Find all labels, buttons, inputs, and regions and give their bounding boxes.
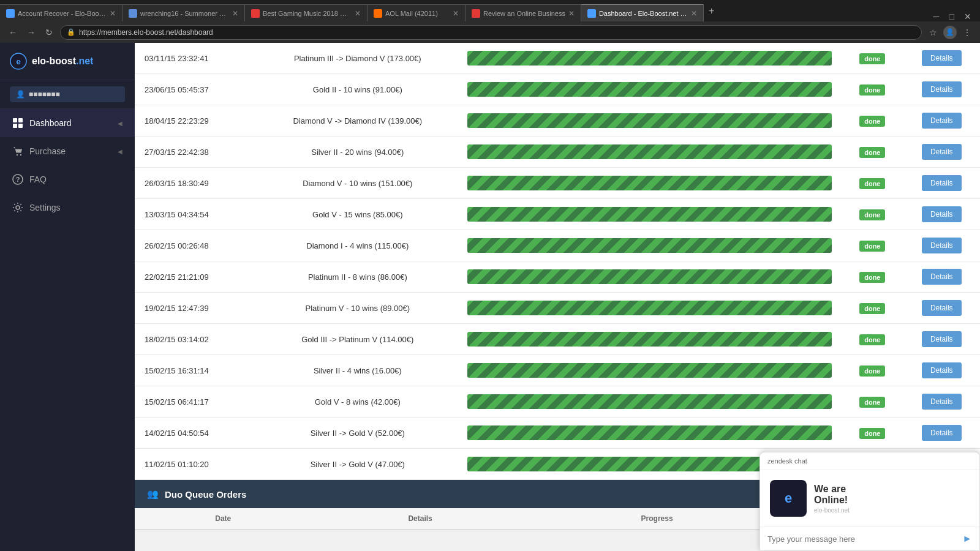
- sidebar: e elo-boost.net 👤 ■■■■■■■ Dashboard: [0, 43, 135, 551]
- chat-subtitle: Online!: [814, 495, 850, 506]
- details-button-10[interactable]: Details: [922, 362, 962, 378]
- svg-text:e: e: [785, 490, 792, 506]
- progress-bar-container-2: [467, 113, 832, 128]
- details-button-8[interactable]: Details: [922, 300, 962, 316]
- user-menu-button[interactable]: 👤 ■■■■■■■: [10, 86, 125, 102]
- order-date-4: 26/03/15 18:30:49: [135, 168, 258, 199]
- sidebar-item-settings-label: Settings: [29, 203, 61, 212]
- browser-tab-tab3[interactable]: Best Gaming Music 2018 ♫ Be... ✕: [245, 4, 368, 21]
- order-row-5: 13/03/15 04:34:54 Gold V - 15 wins (85.0…: [135, 199, 980, 230]
- duo-queue-col-progress: Progress: [529, 508, 785, 530]
- maximize-button[interactable]: □: [946, 12, 958, 21]
- order-date-5: 13/03/15 04:34:54: [135, 199, 258, 230]
- tab-close-tab2[interactable]: ✕: [232, 9, 238, 18]
- tab-title-tab4: AOL Mail (42011): [385, 10, 438, 17]
- order-progress-11: [458, 386, 842, 418]
- order-row-8: 19/02/15 12:47:39 Platinum V - 10 wins (…: [135, 293, 980, 324]
- progress-bar-fill-0: [467, 51, 832, 66]
- details-button-1[interactable]: Details: [922, 81, 962, 97]
- svg-rect-3: [18, 118, 23, 122]
- browser-tab-tab5[interactable]: Review an Online Business ✕: [466, 4, 581, 21]
- details-button-5[interactable]: Details: [922, 206, 962, 222]
- orders-table: 03/11/15 23:32:41 Platinum III -> Diamon…: [135, 43, 980, 480]
- order-progress-2: [458, 105, 842, 137]
- progress-bar-container-7: [467, 269, 832, 284]
- tab-close-tab6[interactable]: ✕: [691, 9, 697, 18]
- sidebar-item-purchase-label: Purchase: [29, 146, 66, 156]
- settings-icon: [12, 202, 23, 213]
- order-date-9: 18/02/15 03:14:02: [135, 324, 258, 355]
- browser-tab-tab4[interactable]: AOL Mail (42011) ✕: [368, 4, 466, 21]
- order-progress-5: [458, 199, 842, 230]
- browser-tab-tab1[interactable]: Account Recover - Elo-Boost.n... ✕: [0, 4, 123, 21]
- order-action-3: Details: [903, 137, 980, 168]
- username-text: ■■■■■■■: [29, 90, 60, 99]
- reload-button[interactable]: ↻: [43, 26, 55, 39]
- svg-rect-4: [13, 124, 17, 128]
- sidebar-nav: Dashboard ◀ Purchase ◀ ? FAQ: [0, 109, 135, 222]
- progress-bar-container-8: [467, 301, 832, 315]
- progress-bar-fill-8: [467, 301, 832, 315]
- details-button-6[interactable]: Details: [922, 238, 962, 253]
- tab-title-tab6: Dashboard - Elo-Boost.net - L...: [599, 10, 688, 17]
- order-date-3: 27/03/15 22:42:38: [135, 137, 258, 168]
- done-badge-11: done: [859, 397, 885, 408]
- minimize-button[interactable]: ─: [930, 12, 943, 21]
- purchase-arrow: ◀: [118, 148, 123, 155]
- sidebar-item-purchase[interactable]: Purchase ◀: [0, 137, 135, 165]
- details-button-11[interactable]: Details: [922, 394, 962, 410]
- close-button[interactable]: ✕: [960, 12, 975, 21]
- progress-bar-fill-6: [467, 238, 832, 253]
- tab-close-tab3[interactable]: ✕: [355, 9, 361, 18]
- forward-button[interactable]: →: [24, 26, 38, 39]
- bookmark-icon[interactable]: ☆: [927, 26, 940, 39]
- order-status-5: done: [842, 199, 903, 230]
- progress-bar-fill-4: [467, 176, 832, 190]
- details-button-12[interactable]: Details: [922, 425, 962, 441]
- chat-send-button[interactable]: ►: [962, 533, 972, 544]
- purchase-icon: [12, 146, 23, 157]
- sidebar-item-faq[interactable]: ? FAQ: [0, 165, 135, 193]
- back-button[interactable]: ←: [6, 26, 20, 39]
- order-status-11: done: [842, 386, 903, 418]
- details-button-4[interactable]: Details: [922, 175, 962, 191]
- tab-close-tab4[interactable]: ✕: [453, 9, 459, 18]
- details-button-7[interactable]: Details: [922, 269, 962, 285]
- order-progress-0: [458, 43, 842, 74]
- sidebar-logo: e elo-boost.net: [0, 43, 135, 80]
- browser-tab-tab2[interactable]: wrenching16 - Summoner Sta... ✕: [123, 4, 245, 21]
- order-progress-10: [458, 355, 842, 386]
- tab-favicon-tab6: [587, 9, 596, 18]
- profile-icon[interactable]: 👤: [943, 26, 957, 39]
- sidebar-item-settings[interactable]: Settings: [0, 193, 135, 222]
- order-row-9: 18/02/15 03:14:02 Gold III -> Platinum V…: [135, 324, 980, 355]
- order-action-12: Details: [903, 418, 980, 449]
- progress-bar-fill-7: [467, 269, 832, 284]
- order-date-13: 11/02/15 01:10:20: [135, 449, 258, 480]
- new-tab-button[interactable]: +: [704, 6, 719, 17]
- order-action-8: Details: [903, 293, 980, 324]
- chat-brand-text: elo-boost.net: [814, 507, 850, 514]
- sidebar-item-dashboard[interactable]: Dashboard ◀: [0, 109, 135, 137]
- details-button-3[interactable]: Details: [922, 144, 962, 160]
- details-button-2[interactable]: Details: [922, 113, 962, 129]
- url-input[interactable]: 🔒 https://members.elo-boost.net/dashboar…: [60, 25, 922, 40]
- duo-queue-title: Duo Queue Orders: [165, 489, 246, 500]
- done-badge-2: done: [859, 116, 885, 127]
- tab-close-tab5[interactable]: ✕: [568, 9, 575, 18]
- chat-input[interactable]: [767, 534, 957, 544]
- chat-title: We are: [814, 484, 850, 495]
- details-button-0[interactable]: Details: [922, 50, 962, 66]
- tab-title-tab5: Review an Online Business: [483, 10, 565, 17]
- chat-input-area[interactable]: ►: [760, 527, 979, 550]
- tab-favicon-tab1: [6, 9, 15, 18]
- progress-bar-container-3: [467, 144, 832, 159]
- tab-bar: Account Recover - Elo-Boost.n... ✕ wrenc…: [0, 0, 980, 21]
- extensions-icon[interactable]: ⋮: [960, 26, 974, 39]
- details-button-9[interactable]: Details: [922, 331, 962, 347]
- progress-bar-fill-11: [467, 394, 832, 409]
- browser-tab-tab6[interactable]: Dashboard - Elo-Boost.net - L... ✕: [581, 4, 704, 21]
- tab-close-tab1[interactable]: ✕: [110, 9, 116, 18]
- progress-bar-fill-12: [467, 425, 832, 440]
- order-details-0: Platinum III -> Diamond V (173.00€): [258, 43, 458, 74]
